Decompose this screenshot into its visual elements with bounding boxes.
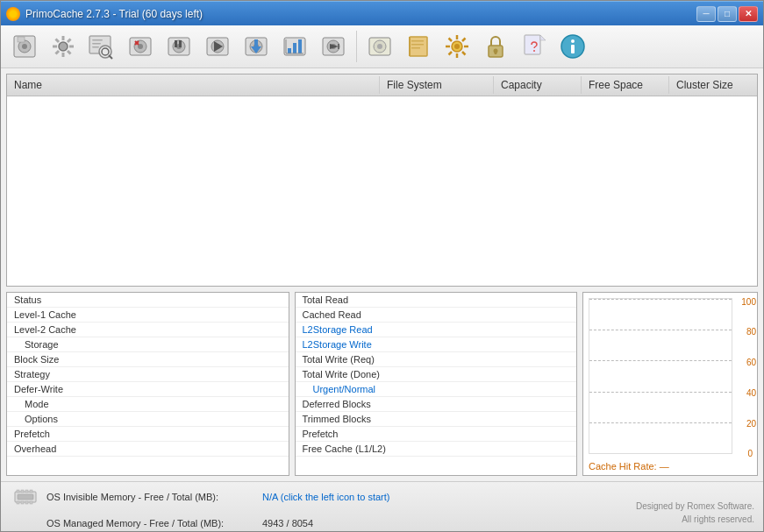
empty-disk-icon: [366, 32, 394, 60]
drive-list[interactable]: Name File System Capacity Free Space Clu…: [6, 74, 758, 287]
settings2-button[interactable]: [439, 29, 475, 64]
svg-point-58: [454, 44, 460, 49]
pause-button[interactable]: [161, 29, 197, 64]
left-panel-row: Status: [7, 293, 289, 308]
stats-button[interactable]: [276, 29, 313, 64]
search-icon: [88, 32, 116, 60]
left-panel-label: Overhead: [7, 442, 121, 457]
chart-y-20: 20: [746, 419, 756, 429]
status-bar: OS Invisible Memory - Free / Total (MB):…: [1, 481, 763, 531]
right-panel-label: Trimmed Blocks: [296, 412, 410, 427]
right-panel-value: [410, 367, 577, 382]
prefetch-icon: [319, 32, 347, 60]
chart-y-80: 80: [746, 327, 756, 337]
remove-icon: [126, 32, 154, 60]
left-panel-label: Storage: [7, 337, 121, 352]
resume-button[interactable]: [199, 29, 236, 64]
pause-icon: [165, 32, 193, 60]
add-job-icon: [11, 32, 39, 60]
svg-rect-28: [175, 40, 177, 47]
status-label-1: OS Invisible Memory - Free / Total (MB):: [46, 492, 257, 502]
col-capacity: Capacity: [494, 76, 582, 94]
empty-button[interactable]: [361, 29, 398, 64]
col-freespace: Free Space: [582, 76, 669, 94]
left-panel-row: Level-2 Cache: [7, 323, 289, 337]
cache-hit-rate: Cache Hit Rate: —: [589, 461, 669, 472]
right-panel-row: L2Storage Write: [296, 337, 577, 352]
drive-list-body: [7, 96, 757, 254]
install-icon: [242, 32, 270, 60]
lock-button[interactable]: [477, 29, 514, 64]
right-panel-row: Urgent/Normal: [296, 382, 577, 397]
right-panel-label: Total Write (Req): [296, 352, 410, 367]
right-panel-row: Total Read: [296, 293, 577, 308]
svg-rect-3: [18, 37, 25, 42]
add-job-button[interactable]: [6, 29, 43, 64]
help-icon: [520, 32, 548, 60]
left-panel-value: [121, 367, 289, 382]
left-panel-label: Strategy: [7, 367, 121, 382]
svg-line-9: [56, 39, 60, 43]
lock-icon: [482, 32, 510, 60]
svg-rect-85: [25, 501, 28, 504]
svg-rect-82: [30, 490, 32, 493]
right-panel-label: L2Storage Write: [296, 337, 410, 352]
right-panel-label: Deferred Blocks: [296, 397, 410, 412]
svg-line-10: [68, 51, 71, 54]
stats-icon: [281, 32, 309, 60]
find-button[interactable]: [83, 29, 120, 64]
copyright: Designed by Romex Software. All rights r…: [636, 500, 754, 526]
chart-y-0: 0: [747, 449, 753, 458]
left-panel-value: [121, 293, 289, 308]
svg-point-73: [533, 50, 535, 52]
book-button[interactable]: [400, 29, 437, 64]
right-panel-label: Urgent/Normal: [296, 382, 410, 397]
right-panel-row: Total Write (Req): [296, 352, 577, 367]
settings-button[interactable]: [45, 29, 82, 64]
right-panel-value: [410, 412, 577, 427]
right-panel-row: Cached Read: [296, 308, 577, 323]
svg-rect-56: [411, 44, 424, 46]
left-panel-label: Status: [7, 293, 121, 308]
install-button[interactable]: [238, 29, 275, 64]
svg-point-2: [22, 44, 27, 49]
svg-rect-53: [410, 37, 427, 56]
about-button[interactable]: [554, 29, 591, 64]
right-panel-value: [410, 427, 577, 442]
svg-line-16: [109, 55, 112, 59]
window-title: PrimoCache 2.7.3 - Trial (60 days left): [25, 8, 696, 20]
left-panel-row: Level-1 Cache: [7, 308, 289, 323]
prefetch-button[interactable]: [315, 29, 352, 64]
svg-rect-55: [411, 40, 424, 42]
memory-icon: [13, 485, 38, 509]
svg-point-75: [571, 39, 575, 43]
right-panel-value: [410, 323, 577, 337]
remove-button[interactable]: [122, 29, 159, 64]
minimize-button[interactable]: ─: [696, 6, 716, 22]
status-value-1: N/A (click the left icon to start): [262, 492, 390, 502]
about-icon: [559, 32, 587, 60]
help-button[interactable]: [516, 29, 553, 64]
maximize-button[interactable]: □: [718, 6, 737, 22]
left-panel-row: Strategy: [7, 367, 289, 382]
right-info-table: Total ReadCached ReadL2Storage ReadL2Sto…: [296, 293, 577, 457]
right-panel-row: Total Write (Done): [296, 367, 577, 382]
svg-rect-40: [288, 48, 291, 53]
status-label-2: OS Managed Memory - Free / Total (MB):: [46, 518, 257, 528]
chart-y-100: 100: [741, 297, 756, 307]
left-panel-row: Defer-Write: [7, 382, 289, 397]
right-panel-value: [410, 352, 577, 367]
left-panel-row: Block Size: [7, 352, 289, 367]
left-panel-label: Prefetch: [7, 427, 121, 442]
left-panel-value: [121, 337, 289, 352]
svg-rect-29: [179, 40, 182, 47]
right-info-panel: Total ReadCached ReadL2Storage ReadL2Sto…: [295, 292, 578, 476]
svg-line-11: [68, 39, 71, 43]
right-panel-label: Total Write (Done): [296, 367, 410, 382]
close-button[interactable]: ✕: [739, 6, 758, 22]
status-value-2: 4943 / 8054: [262, 518, 313, 528]
left-panel-value: [121, 412, 289, 427]
left-panel-value: [121, 352, 289, 367]
svg-rect-76: [571, 45, 575, 53]
svg-rect-79: [17, 490, 19, 493]
